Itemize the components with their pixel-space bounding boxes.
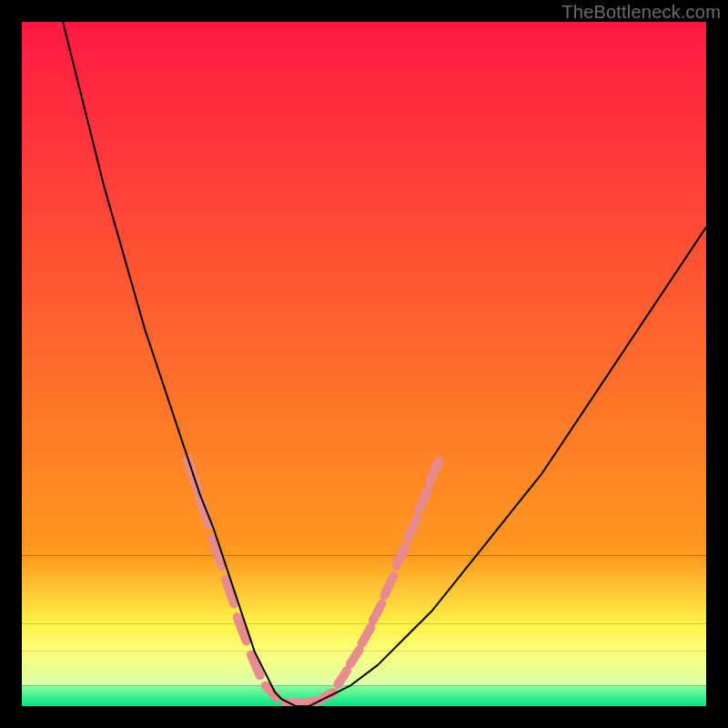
plot-area [22,22,706,706]
watermark-text: TheBottleneck.com [561,2,721,23]
band-orange-yellow [22,556,706,624]
band-green [22,685,706,706]
band-red-orange [22,22,706,556]
chart-frame: TheBottleneck.com [0,0,728,728]
chart-svg [22,22,706,706]
background-bands [22,22,706,706]
band-pale-yellow [22,652,706,686]
